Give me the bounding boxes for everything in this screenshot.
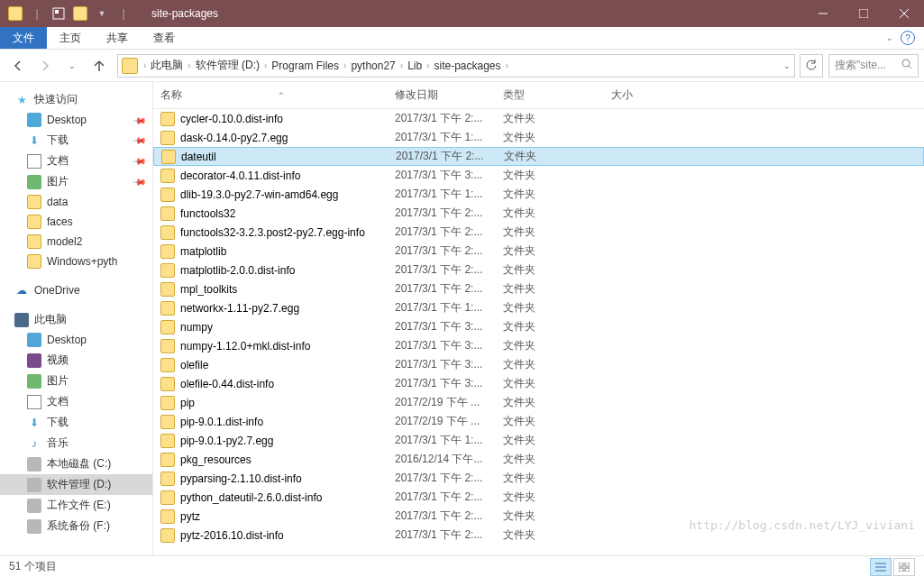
chevron-right-icon[interactable]: › [398, 60, 405, 70]
sidebar-item[interactable]: 图片 [0, 371, 152, 391]
column-name[interactable]: 名称⌃ [153, 87, 388, 103]
properties-icon[interactable] [49, 4, 69, 23]
sidebar-item[interactable]: faces [0, 212, 152, 232]
sidebar-item[interactable]: Windows+pyth [0, 252, 152, 271]
quick-access-header[interactable]: ★ 快速访问 [0, 89, 152, 110]
back-button[interactable] [5, 53, 31, 78]
forward-button[interactable] [32, 53, 58, 78]
address-bar[interactable]: › 此电脑 › 软件管理 (D:) › Program Files › pyth… [117, 54, 795, 78]
breadcrumb[interactable]: python27 [348, 60, 398, 72]
qat-dropdown-icon[interactable]: ▼ [92, 4, 112, 23]
up-button[interactable] [87, 53, 112, 78]
folder-icon [160, 472, 175, 486]
file-row[interactable]: numpy-1.12.0+mkl.dist-info2017/3/1 下午 3:… [153, 336, 924, 355]
file-row[interactable]: olefile2017/3/1 下午 3:...文件夹 [153, 355, 924, 374]
file-row[interactable]: pip-9.0.1.dist-info2017/2/19 下午 ...文件夹 [153, 412, 924, 431]
icons-view-button[interactable] [893, 558, 915, 576]
file-type: 文件夹 [496, 414, 604, 429]
breadcrumb[interactable]: Lib [405, 60, 425, 72]
chevron-right-icon[interactable]: › [186, 60, 192, 70]
folder-icon[interactable] [5, 4, 25, 23]
folder-icon [160, 509, 175, 524]
sidebar-item[interactable]: 系统备份 (F:) [0, 516, 152, 536]
file-row[interactable]: pyparsing-2.1.10.dist-info2017/3/1 下午 2:… [153, 469, 924, 488]
file-row[interactable]: dlib-19.3.0-py2.7-win-amd64.egg2017/3/1 … [153, 185, 924, 204]
folder-icon [160, 528, 175, 543]
file-row[interactable]: cycler-0.10.0.dist-info2017/3/1 下午 2:...… [153, 109, 924, 128]
file-row[interactable]: functools322017/3/1 下午 2:...文件夹 [153, 204, 924, 223]
file-row[interactable]: mpl_toolkits2017/3/1 下午 2:...文件夹 [153, 279, 924, 298]
folder-icon [160, 358, 175, 372]
quick-access-toolbar: | ▼ | [0, 4, 133, 23]
breadcrumb[interactable]: 软件管理 (D:) [193, 58, 262, 73]
details-view-button[interactable] [870, 558, 892, 576]
file-row[interactable]: pytz2017/3/1 下午 2:...文件夹 [153, 507, 924, 526]
sidebar-item[interactable]: 软件管理 (D:) [0, 474, 152, 495]
address-dropdown-icon[interactable]: ⌄ [783, 61, 791, 70]
breadcrumb[interactable]: 此电脑 [148, 58, 186, 73]
sidebar-item[interactable]: Desktop [0, 330, 152, 350]
chevron-right-icon[interactable]: › [342, 60, 348, 70]
column-size[interactable]: 大小 [604, 87, 676, 103]
column-date[interactable]: 修改日期 [388, 87, 496, 103]
sidebar-item[interactable]: model2 [0, 232, 152, 252]
file-row[interactable]: pip2017/2/19 下午 ...文件夹 [153, 393, 924, 412]
chevron-right-icon[interactable]: › [262, 60, 269, 70]
sidebar-item[interactable]: ⬇下载📌 [0, 130, 152, 151]
file-row[interactable]: pip-9.0.1-py2.7.egg2017/3/1 下午 1:...文件夹 [153, 431, 924, 450]
sidebar-item[interactable]: ♪音乐 [0, 433, 152, 453]
sidebar-item[interactable]: 文档 [0, 391, 152, 412]
file-date: 2017/3/1 下午 2:... [388, 111, 496, 126]
onedrive-header[interactable]: ☁ OneDrive [0, 280, 152, 300]
sidebar-item[interactable]: 工作文件 (E:) [0, 495, 152, 516]
file-row[interactable]: matplotlib2017/3/1 下午 2:...文件夹 [153, 242, 924, 261]
search-input[interactable]: 搜索"site... [828, 54, 919, 78]
file-row[interactable]: numpy2017/3/1 下午 3:...文件夹 [153, 317, 924, 336]
file-type: 文件夹 [496, 281, 604, 297]
sidebar-item[interactable]: 图片📌 [0, 171, 152, 192]
file-row[interactable]: dask-0.14.0-py2.7.egg2017/3/1 下午 1:...文件… [153, 128, 924, 147]
file-row[interactable]: pkg_resources2016/12/14 下午...文件夹 [153, 450, 924, 469]
file-name: pytz [180, 510, 200, 523]
sidebar-item-label: Desktop [47, 114, 87, 126]
chevron-right-icon[interactable]: › [142, 60, 148, 70]
sidebar-item[interactable]: data [0, 192, 152, 212]
file-row[interactable]: networkx-1.11-py2.7.egg2017/3/1 下午 1:...… [153, 298, 924, 317]
sidebar-item[interactable]: Desktop📌 [0, 110, 152, 130]
file-row[interactable]: olefile-0.44.dist-info2017/3/1 下午 3:...文… [153, 374, 924, 393]
home-tab[interactable]: 主页 [47, 27, 94, 49]
file-tab[interactable]: 文件 [0, 27, 47, 49]
file-name: mpl_toolkits [180, 283, 237, 296]
minimize-button[interactable] [802, 0, 843, 27]
ribbon-collapse-icon[interactable]: ⌄ [886, 33, 893, 42]
sidebar-item[interactable]: 文档📌 [0, 151, 152, 171]
refresh-button[interactable] [800, 54, 823, 78]
file-row[interactable]: pytz-2016.10.dist-info2017/3/1 下午 2:...文… [153, 526, 924, 545]
column-type[interactable]: 类型 [496, 87, 604, 103]
folder-icon [160, 453, 175, 467]
file-row[interactable]: matplotlib-2.0.0.dist-info2017/3/1 下午 2:… [153, 261, 924, 279]
file-date: 2017/3/1 下午 1:... [388, 433, 496, 448]
sidebar-item-label: 图片 [47, 174, 69, 189]
share-tab[interactable]: 共享 [94, 27, 141, 49]
breadcrumb[interactable]: site-packages [431, 60, 503, 72]
breadcrumb[interactable]: Program Files [269, 60, 342, 72]
maximize-button[interactable] [843, 0, 883, 27]
sidebar-item[interactable]: 视频 [0, 350, 152, 371]
help-icon[interactable]: ? [901, 31, 915, 45]
new-folder-icon[interactable] [70, 4, 90, 23]
sidebar-item[interactable]: 本地磁盘 (C:) [0, 453, 152, 474]
chevron-right-icon[interactable]: › [504, 60, 510, 70]
sidebar-item[interactable]: ⬇下载 [0, 412, 152, 433]
file-row[interactable]: python_dateutil-2.6.0.dist-info2017/3/1 … [153, 488, 924, 507]
file-date: 2017/3/1 下午 3:... [388, 357, 496, 372]
chevron-right-icon[interactable]: › [425, 60, 431, 70]
view-tab[interactable]: 查看 [141, 27, 188, 49]
close-button[interactable] [883, 0, 924, 27]
recent-dropdown[interactable]: ⌄ [59, 53, 85, 78]
file-row[interactable]: dateutil2017/3/1 下午 2:...文件夹 [153, 147, 924, 166]
file-row[interactable]: decorator-4.0.11.dist-info2017/3/1 下午 3:… [153, 166, 924, 185]
this-pc-header[interactable]: 此电脑 [0, 309, 152, 330]
svg-rect-11 [899, 563, 903, 566]
file-row[interactable]: functools32-3.2.3.post2-py2.7.egg-info20… [153, 223, 924, 242]
